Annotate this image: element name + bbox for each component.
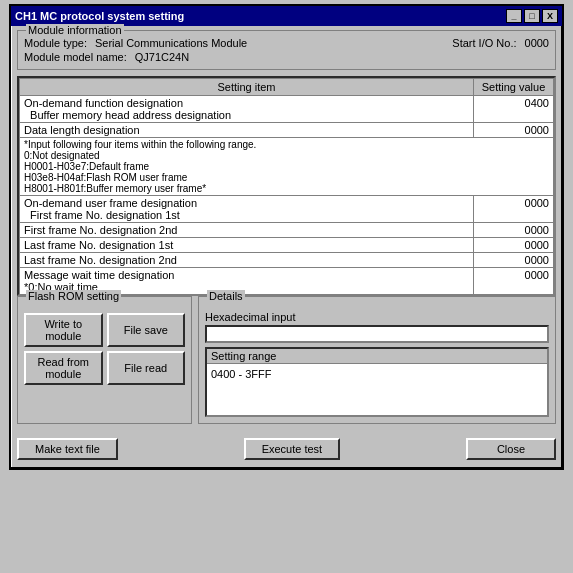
maximize-button[interactable]: □ <box>524 9 540 23</box>
row7-item: Last frame No. designation 2nd <box>20 253 474 268</box>
details-group: Details Hexadecimal input Setting range … <box>198 296 556 424</box>
close-button-footer[interactable]: Close <box>466 438 556 460</box>
module-info-row2: Module model name: QJ71C24N <box>24 51 549 63</box>
bottom-row: Flash ROM setting Write to module File s… <box>17 296 556 430</box>
row8-value: 0000 <box>474 268 554 295</box>
flash-rom-group: Flash ROM setting Write to module File s… <box>17 296 192 424</box>
write-to-module-button[interactable]: Write to module <box>24 313 103 347</box>
details-label: Details <box>207 290 245 302</box>
row7-value: 0000 <box>474 253 554 268</box>
settings-table: Setting item Setting value On-demand fun… <box>19 78 554 294</box>
col-header-item: Setting item <box>20 79 474 96</box>
settings-table-scroll[interactable]: Setting item Setting value On-demand fun… <box>19 78 554 294</box>
table-row: *Input following four items within the f… <box>20 138 554 196</box>
module-model-value: QJ71C24N <box>135 51 189 63</box>
setting-range-box: Setting range 0400 - 3FFF <box>205 347 549 417</box>
module-info-row1: Module type: Serial Communications Modul… <box>24 37 549 49</box>
read-from-module-button[interactable]: Read from module <box>24 351 103 385</box>
start-io-label: Start I/O No.: <box>452 37 516 49</box>
flash-rom-buttons: Write to module File save Read from modu… <box>24 313 185 385</box>
flash-rom-label: Flash ROM setting <box>26 290 121 302</box>
title-bar: CH1 MC protocol system setting _ □ X <box>11 6 562 26</box>
row5-item: First frame No. designation 2nd <box>20 223 474 238</box>
window-content: Module information Module type: Serial C… <box>11 26 562 468</box>
row5-value: 0000 <box>474 223 554 238</box>
title-bar-buttons: _ □ X <box>506 9 558 23</box>
file-save-button[interactable]: File save <box>107 313 186 347</box>
file-read-button[interactable]: File read <box>107 351 186 385</box>
make-text-file-button[interactable]: Make text file <box>17 438 118 460</box>
hex-input-label: Hexadecimal input <box>205 311 549 323</box>
row6-item: Last frame No. designation 1st <box>20 238 474 253</box>
table-row: On-demand user frame designation First f… <box>20 196 554 223</box>
module-info-group: Module information Module type: Serial C… <box>17 30 556 70</box>
footer-row: Make text file Execute test Close <box>17 436 556 462</box>
settings-table-wrapper: Setting item Setting value On-demand fun… <box>17 76 556 296</box>
row1-item: On-demand function designation Buffer me… <box>20 96 474 123</box>
execute-test-button[interactable]: Execute test <box>244 438 341 460</box>
table-row: On-demand function designation Buffer me… <box>20 96 554 123</box>
setting-range-header: Setting range <box>207 349 547 364</box>
row2-value: 0000 <box>474 123 554 138</box>
close-button[interactable]: X <box>542 9 558 23</box>
module-info-label: Module information <box>26 24 124 36</box>
row2-item: Data length designation <box>20 123 474 138</box>
note-row: *Input following four items within the f… <box>20 138 554 196</box>
row4-item: On-demand user frame designation First f… <box>20 196 474 223</box>
main-window: CH1 MC protocol system setting _ □ X Mod… <box>9 4 564 470</box>
table-row: Last frame No. designation 2nd 0000 <box>20 253 554 268</box>
table-row: First frame No. designation 2nd 0000 <box>20 223 554 238</box>
col-header-value: Setting value <box>474 79 554 96</box>
row4-value: 0000 <box>474 196 554 223</box>
row1-value: 0400 <box>474 96 554 123</box>
setting-range-value: 0400 - 3FFF <box>211 368 543 380</box>
hex-input-field[interactable] <box>205 325 549 343</box>
module-type-label: Module type: <box>24 37 87 49</box>
row6-value: 0000 <box>474 238 554 253</box>
start-io-value: 0000 <box>525 37 549 49</box>
minimize-button[interactable]: _ <box>506 9 522 23</box>
module-type-value: Serial Communications Module <box>95 37 247 49</box>
module-model-label: Module model name: <box>24 51 127 63</box>
table-row: Last frame No. designation 1st 0000 <box>20 238 554 253</box>
window-title: CH1 MC protocol system setting <box>15 10 184 22</box>
table-row: Data length designation 0000 <box>20 123 554 138</box>
